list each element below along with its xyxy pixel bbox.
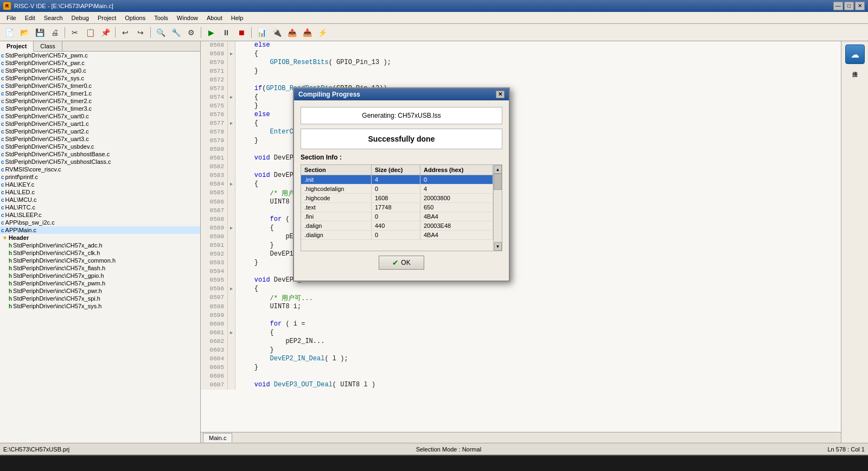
right-panel: ☁ 插件上传 <box>841 41 868 443</box>
list-item[interactable]: hStdPeriphDriver\inc\CH57x_sys.h <box>0 302 200 310</box>
list-item[interactable]: cStdPeriphDriver\CH57x_pwr.c <box>0 59 200 67</box>
scroll-track[interactable] <box>494 174 502 242</box>
toolbar-settings[interactable]: ⚙ <box>184 26 198 40</box>
sidebar-tab-class[interactable]: Class <box>34 41 62 51</box>
list-item[interactable]: cStdPeriphDriver\CH57x_pwm.c <box>0 52 200 59</box>
list-item[interactable]: cStdPeriphDriver\CH57x_timer3.c <box>0 105 200 112</box>
menu-project[interactable]: Project <box>93 12 120 23</box>
plugin-upload-button[interactable]: ☁ <box>845 44 865 64</box>
editor-mode: Selection Mode : Normal <box>416 446 481 453</box>
table-rows[interactable]: .init 4 0 .highcodelalign 0 4 <box>301 175 493 247</box>
list-item[interactable]: cHAL\LED.c <box>0 188 200 196</box>
toolbar-open[interactable]: 📂 <box>17 26 31 40</box>
c-file-icon: c <box>1 68 4 74</box>
table-header: Section Size (dec) Address (hex) <box>301 165 493 175</box>
toolbar-stop[interactable]: ⏹ <box>234 26 248 40</box>
toolbar-upload[interactable]: 📤 <box>285 26 299 40</box>
list-item[interactable]: cStdPeriphDriver\CH57x_usbdev.c <box>0 143 200 150</box>
list-item[interactable]: cStdPeriphDriver\CH57x_uart3.c <box>0 135 200 143</box>
list-item[interactable]: cStdPeriphDriver\CH57x_spi0.c <box>0 67 200 74</box>
list-item[interactable]: cHAL\RTC.c <box>0 203 200 211</box>
list-item[interactable]: cStdPeriphDriver\CH57x_usbhostBase.c <box>0 150 200 158</box>
sidebar-tab-project[interactable]: Project <box>0 41 34 52</box>
list-item[interactable]: cHAL\MCU.c <box>0 196 200 203</box>
table-row[interactable]: .highcodelalign 0 4 <box>301 184 493 194</box>
toolbar-download[interactable]: 📥 <box>300 26 314 40</box>
menu-edit[interactable]: Edit <box>21 12 40 23</box>
menu-search[interactable]: Search <box>40 12 67 23</box>
list-item[interactable]: cRVMSIS\core_riscv.c <box>0 166 200 173</box>
list-item[interactable]: cStdPeriphDriver\CH57x_uart2.c <box>0 128 200 135</box>
list-item[interactable]: cStdPeriphDriver\CH57x_timer2.c <box>0 97 200 105</box>
list-item[interactable]: cStdPeriphDriver\CH57x_usbhostClass.c <box>0 158 200 166</box>
table-row[interactable]: .dialign 0 4BA4 <box>301 231 493 240</box>
list-item[interactable]: cHAL\SLEEP.c <box>0 211 200 219</box>
toolbar-search[interactable]: 🔍 <box>154 26 168 40</box>
title-bar: R RISC-V IDE - [E:\CH573\APP\Main.c] — □… <box>0 0 868 12</box>
toolbar-paste[interactable]: 📌 <box>98 26 112 40</box>
output-area[interactable] <box>0 455 868 471</box>
menu-about[interactable]: About <box>202 12 227 23</box>
menu-bar: File Edit Search Debug Project Options T… <box>0 12 868 24</box>
list-item[interactable]: cStdPeriphDriver\CH57x_sys.c <box>0 74 200 82</box>
list-item[interactable]: cStdPeriphDriver\CH57x_timer0.c <box>0 82 200 90</box>
toolbar-flash[interactable]: ⚡ <box>315 26 329 40</box>
section-info-label: Section Info : <box>301 154 502 161</box>
close-button[interactable]: ✕ <box>855 2 865 10</box>
c-file-icon: c <box>1 189 4 195</box>
menu-options[interactable]: Options <box>120 12 150 23</box>
list-item[interactable]: cStdPeriphDriver\CH57x_timer1.c <box>0 90 200 97</box>
toolbar-build[interactable]: 🔧 <box>169 26 183 40</box>
c-file-icon: c <box>1 167 4 173</box>
maximize-button[interactable]: □ <box>844 2 854 10</box>
menu-debug[interactable]: Debug <box>67 12 93 23</box>
list-item[interactable]: hStdPeriphDriver\inc\CH57x_common.h <box>0 257 200 264</box>
dialog-footer: ✔ OK <box>301 251 502 274</box>
table-row[interactable]: .fini 0 4BA4 <box>301 212 493 221</box>
menu-tools[interactable]: Tools <box>150 12 173 23</box>
toolbar-redo[interactable]: ↪ <box>133 26 148 40</box>
toolbar-plugin[interactable]: 🔌 <box>270 26 284 40</box>
minimize-button[interactable]: — <box>833 2 843 10</box>
list-item[interactable]: cStdPeriphDriver\CH57x_uart1.c <box>0 120 200 128</box>
list-item[interactable]: hStdPeriphDriver\inc\CH57x_pwm.h <box>0 279 200 287</box>
table-row[interactable]: .init 4 0 <box>301 175 493 184</box>
ok-button[interactable]: ✔ OK <box>379 256 424 270</box>
dialog-close-button[interactable]: ✕ <box>496 91 505 98</box>
toolbar-copy[interactable]: 📋 <box>83 26 97 40</box>
toolbar-undo[interactable]: ↩ <box>118 26 132 40</box>
toolbar-chart[interactable]: 📊 <box>254 26 269 40</box>
menu-file[interactable]: File <box>2 12 21 23</box>
toolbar-cut[interactable]: ✂ <box>68 26 82 40</box>
list-item[interactable]: hStdPeriphDriver\inc\CH57x_clk.h <box>0 249 200 257</box>
list-item[interactable]: hStdPeriphDriver\inc\CH57x_adc.h <box>0 241 200 249</box>
c-file-icon: c <box>1 144 4 150</box>
toolbar-run[interactable]: ▶ <box>204 26 218 40</box>
table-scrollbar[interactable]: ▲ ▼ <box>493 165 502 251</box>
scroll-up-button[interactable]: ▲ <box>494 165 502 174</box>
cursor-position: Ln 578 : Col 1 <box>827 446 865 453</box>
toolbar-print[interactable]: 🖨 <box>48 26 62 40</box>
list-item[interactable]: cHAL\KEY.c <box>0 181 200 188</box>
menu-window[interactable]: Window <box>173 12 202 23</box>
list-item[interactable]: hStdPeriphDriver\inc\CH57x_pwr.h <box>0 287 200 295</box>
table-row[interactable]: .highcode 1608 20003800 <box>301 194 493 203</box>
list-item[interactable]: cprintf\printf.c <box>0 173 200 181</box>
toolbar-new[interactable]: 📄 <box>2 26 16 40</box>
scroll-down-button[interactable]: ▼ <box>494 242 502 251</box>
list-item[interactable]: cStdPeriphDriver\CH57x_uart0.c <box>0 112 200 120</box>
dialog-title-text: Compiling Progress <box>298 91 360 98</box>
list-item[interactable]: hStdPeriphDriver\inc\CH57x_flash.h <box>0 264 200 272</box>
table-row[interactable]: .dalign 440 20003E48 <box>301 221 493 231</box>
list-item[interactable]: cAPP\bsp_sw_i2c.c <box>0 219 200 226</box>
menu-help[interactable]: Help <box>227 12 248 23</box>
table-row[interactable]: .text 17748 650 <box>301 203 493 212</box>
sidebar-folder-header[interactable]: ▼ Header <box>0 234 200 241</box>
scroll-thumb[interactable] <box>494 174 502 190</box>
list-item[interactable]: cAPP\Main.c <box>0 226 200 234</box>
list-item[interactable]: hStdPeriphDriver\inc\CH57x_spi.h <box>0 295 200 302</box>
c-file-icon: c <box>1 174 4 180</box>
list-item[interactable]: hStdPeriphDriver\inc\CH57x_gpio.h <box>0 272 200 279</box>
toolbar-save[interactable]: 💾 <box>33 26 47 40</box>
toolbar-pause[interactable]: ⏸ <box>219 26 233 40</box>
